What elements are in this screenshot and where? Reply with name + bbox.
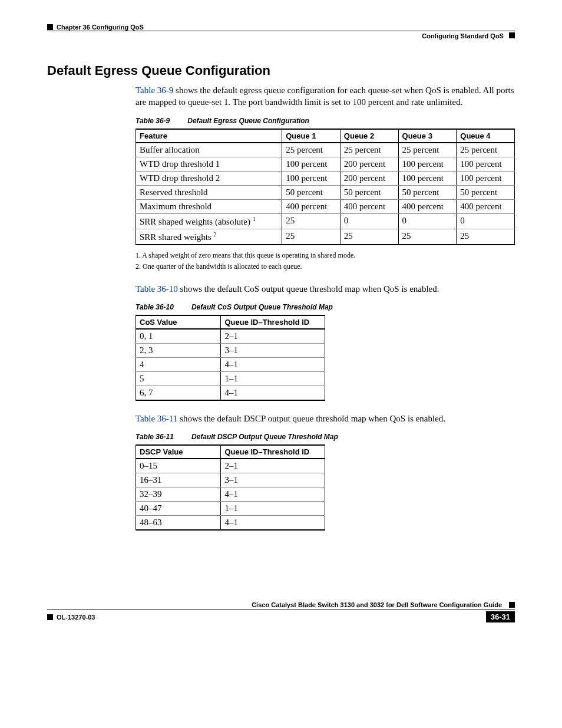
table-cell: 25 percent: [398, 143, 457, 157]
table-cell: 48–63: [136, 516, 221, 531]
table-cell: 25: [340, 229, 398, 245]
table-cell: 25: [398, 229, 457, 245]
table-cell: WTD drop threshold 2: [136, 171, 282, 185]
col-header: Queue ID–Threshold ID: [221, 315, 325, 329]
table-cell: 50 percent: [340, 185, 398, 199]
table-cell: Maximum threshold: [136, 199, 282, 213]
table-10-link[interactable]: Table 36-10: [135, 284, 178, 294]
header-marker-icon: [509, 32, 515, 38]
table-cell: 400 percent: [282, 199, 340, 213]
para-2-text: shows the default CoS output queue thres…: [178, 284, 439, 294]
table-cell: 2–1: [221, 329, 325, 344]
table-cell: 3–1: [221, 343, 325, 357]
table-row: 0–152–1: [136, 459, 325, 473]
table-cell: 5: [136, 371, 221, 386]
col-header: DSCP Value: [136, 445, 221, 459]
table-cell: 200 percent: [340, 157, 398, 171]
footnote-2: 2. One quarter of the bandwidth is alloc…: [135, 262, 515, 271]
table-row: SRR shared weights 225252525: [136, 229, 515, 245]
table-cell: 25 percent: [457, 143, 515, 157]
table-cell: 100 percent: [457, 157, 515, 171]
table-cell: 25: [457, 229, 515, 245]
table-row: 2, 33–1: [136, 343, 325, 357]
table-9-footnotes: 1. A shaped weight of zero means that th…: [135, 251, 515, 271]
caption-title: Default CoS Output Queue Threshold Map: [191, 303, 333, 311]
table-row: Reserved threshold50 percent50 percent50…: [136, 185, 515, 199]
col-header: Queue 1: [282, 129, 340, 143]
table-9-link[interactable]: Table 36-9: [135, 85, 173, 95]
table-cell: 0: [398, 213, 457, 229]
table-cell: 32–39: [136, 487, 221, 502]
table-11: DSCP Value Queue ID–Threshold ID 0–152–1…: [135, 444, 325, 531]
col-header: CoS Value: [136, 315, 221, 329]
table-9-caption: Table 36-9Default Egress Queue Configura…: [135, 117, 515, 125]
table-cell: Buffer allocation: [136, 143, 282, 157]
page-footer: Cisco Catalyst Blade Switch 3130 and 303…: [47, 601, 515, 622]
col-header: Queue ID–Threshold ID: [221, 445, 325, 459]
para-3-text: shows the default DSCP output queue thre…: [177, 414, 445, 423]
table-cell: 4–1: [221, 487, 325, 502]
table-row: 51–1: [136, 371, 325, 386]
footer-doc-id: OL-13270-03: [57, 614, 95, 621]
table-cell: 25 percent: [282, 143, 340, 157]
table-row: 6, 74–1: [136, 386, 325, 400]
table-row: WTD drop threshold 1100 percent200 perce…: [136, 157, 515, 171]
table-cell: 1–1: [221, 371, 325, 386]
table-11-caption: Table 36-11Default DSCP Output Queue Thr…: [135, 433, 515, 441]
table-cell: 200 percent: [340, 171, 398, 185]
table-cell: 4–1: [221, 357, 325, 371]
caption-number: Table 36-10: [135, 303, 174, 311]
table-cell: 16–31: [136, 473, 221, 487]
table-row: Maximum threshold400 percent400 percent4…: [136, 199, 515, 213]
table-cell: Reserved threshold: [136, 185, 282, 199]
col-header: Queue 4: [457, 129, 515, 143]
caption-number: Table 36-11: [135, 433, 174, 441]
table-cell: 0: [457, 213, 515, 229]
para-3: Table 36-11 shows the default DSCP outpu…: [135, 413, 515, 424]
col-header: Feature: [136, 129, 282, 143]
table-9: Feature Queue 1 Queue 2 Queue 3 Queue 4 …: [135, 129, 515, 245]
table-row: 16–313–1: [136, 473, 325, 487]
table-cell: 0–15: [136, 459, 221, 473]
table-10-caption: Table 36-10Default CoS Output Queue Thre…: [135, 303, 515, 311]
footer-guide-title: Cisco Catalyst Blade Switch 3130 and 303…: [252, 601, 502, 608]
table-header-row: CoS Value Queue ID–Threshold ID: [136, 315, 325, 329]
chapter-header: Chapter 36 Configuring QoS: [47, 24, 515, 31]
table-header-row: Feature Queue 1 Queue 2 Queue 3 Queue 4: [136, 129, 515, 143]
table-row: WTD drop threshold 2100 percent200 perce…: [136, 171, 515, 185]
col-header: Queue 2: [340, 129, 398, 143]
intro-paragraph: Table 36-9 shows the default egress queu…: [135, 84, 515, 108]
table-row: 32–394–1: [136, 487, 325, 502]
table-cell: SRR shaped weights (absolute) 1: [136, 213, 282, 229]
table-cell: 25 percent: [340, 143, 398, 157]
chapter-label: Chapter 36 Configuring QoS: [57, 24, 144, 31]
table-row: SRR shaped weights (absolute) 125000: [136, 213, 515, 229]
footnote-1: 1. A shaped weight of zero means that th…: [135, 251, 515, 260]
table-cell: 4–1: [221, 386, 325, 400]
col-header: Queue 3: [398, 129, 457, 143]
table-cell: 2, 3: [136, 343, 221, 357]
table-11-link[interactable]: Table 36-11: [135, 414, 177, 423]
table-cell: WTD drop threshold 1: [136, 157, 282, 171]
table-10: CoS Value Queue ID–Threshold ID 0, 12–12…: [135, 315, 325, 401]
table-cell: 40–47: [136, 502, 221, 516]
table-cell: 50 percent: [282, 185, 340, 199]
table-cell: 400 percent: [398, 199, 457, 213]
table-cell: 100 percent: [282, 171, 340, 185]
table-cell: 25: [282, 229, 340, 245]
footer-marker-icon: [509, 602, 515, 608]
para-2: Table 36-10 shows the default CoS output…: [135, 283, 515, 295]
table-cell: 6, 7: [136, 386, 221, 400]
table-cell: 400 percent: [340, 199, 398, 213]
table-cell: 3–1: [221, 473, 325, 487]
table-cell: 100 percent: [282, 157, 340, 171]
table-cell: 1–1: [221, 502, 325, 516]
intro-text: shows the default egress queue configura…: [135, 85, 514, 107]
section-header-right: Configuring Standard QoS: [47, 32, 515, 39]
table-cell: 100 percent: [398, 157, 457, 171]
table-cell: 100 percent: [398, 171, 457, 185]
table-row: 44–1: [136, 357, 325, 371]
table-cell: 0, 1: [136, 329, 221, 344]
table-cell: 400 percent: [457, 199, 515, 213]
table-cell: 0: [340, 213, 398, 229]
